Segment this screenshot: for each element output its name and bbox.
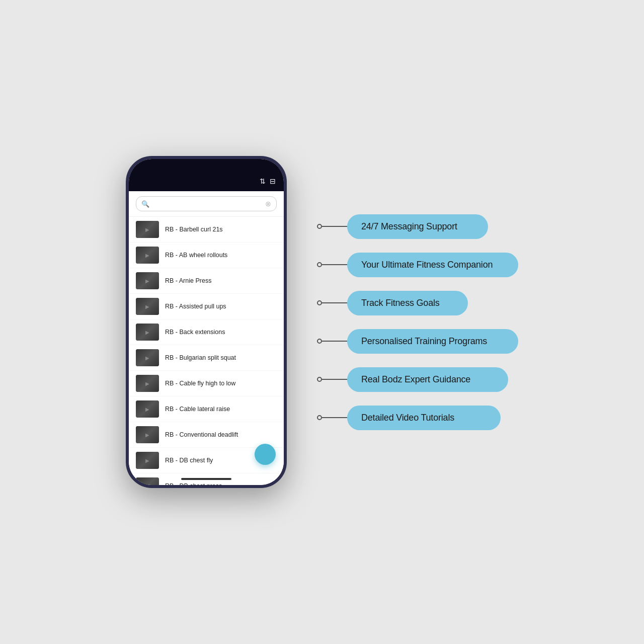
exercise-thumbnail bbox=[136, 426, 159, 443]
header-icons: ⇅ ⊟ bbox=[260, 177, 276, 185]
scene: ⇅ ⊟ 🔍 ⊗ RB - Barbell curl 21sRB - AB whe… bbox=[45, 156, 599, 488]
exercise-thumbnail bbox=[136, 221, 159, 238]
feature-pill: 24/7 Messaging Support bbox=[347, 214, 488, 239]
thumbnail-icon bbox=[136, 221, 159, 238]
exercise-thumbnail bbox=[136, 247, 159, 264]
exercise-name: RB - Cable lateral raise bbox=[165, 406, 230, 413]
exercise-item[interactable]: RB - Conventional deadlift bbox=[129, 422, 284, 448]
exercise-name: RB - Conventional deadlift bbox=[165, 431, 238, 438]
features-panel: 24/7 Messaging SupportYour Ultimate Fitn… bbox=[317, 207, 518, 437]
search-clear-icon[interactable]: ⊗ bbox=[265, 200, 271, 208]
connector-dot bbox=[317, 339, 322, 344]
thumbnail-icon bbox=[136, 349, 159, 366]
search-input-wrapper[interactable]: 🔍 ⊗ bbox=[136, 196, 277, 211]
search-icon: 🔍 bbox=[141, 200, 149, 208]
exercise-name: RB - Assisted pull ups bbox=[165, 303, 226, 310]
connector-dot bbox=[317, 377, 322, 382]
connector-line bbox=[322, 302, 347, 303]
filter-icon[interactable]: ⊟ bbox=[270, 177, 276, 185]
exercise-thumbnail bbox=[136, 400, 159, 418]
feature-row: Detailed Video Tutorials bbox=[347, 398, 518, 437]
feature-pill: Personalised Training Programs bbox=[347, 329, 518, 354]
connector-line-group bbox=[317, 224, 347, 229]
phone-notch bbox=[176, 159, 236, 173]
exercise-item[interactable]: RB - Arnie Press bbox=[129, 268, 284, 294]
exercise-thumbnail bbox=[136, 452, 159, 469]
feature-pill: Detailed Video Tutorials bbox=[347, 406, 501, 430]
exercise-name: RB - Bulgarian split squat bbox=[165, 354, 236, 361]
exercise-thumbnail bbox=[136, 349, 159, 366]
thumbnail-icon bbox=[136, 375, 159, 392]
thumbnail-icon bbox=[136, 426, 159, 443]
exercise-item[interactable]: RB - Bulgarian split squat bbox=[129, 345, 284, 371]
thumbnail-icon bbox=[136, 400, 159, 418]
thumbnail-icon bbox=[136, 272, 159, 289]
feature-row: Your Ultimate Fitness Companion bbox=[347, 246, 518, 284]
exercise-item[interactable]: RB - Cable fly high to low bbox=[129, 371, 284, 396]
feature-row: Real Bodz Expert Guidance bbox=[347, 360, 518, 398]
connector-dot bbox=[317, 300, 322, 305]
connector-line-group bbox=[317, 262, 347, 267]
connector-line bbox=[322, 341, 347, 342]
exercise-name: RB - Arnie Press bbox=[165, 277, 211, 284]
connector-line bbox=[322, 379, 347, 380]
exercise-thumbnail bbox=[136, 298, 159, 315]
thumbnail-icon bbox=[136, 298, 159, 315]
feature-pill: Your Ultimate Fitness Companion bbox=[347, 253, 518, 277]
feature-row: 24/7 Messaging Support bbox=[347, 207, 518, 246]
exercise-name: RB - Barbell curl 21s bbox=[165, 226, 223, 233]
connector-line-group bbox=[317, 415, 347, 420]
connector-line bbox=[322, 417, 347, 418]
feature-pill: Real Bodz Expert Guidance bbox=[347, 367, 508, 392]
thumbnail-icon bbox=[136, 324, 159, 341]
connector-line-group bbox=[317, 377, 347, 382]
exercise-thumbnail bbox=[136, 272, 159, 289]
exercise-item[interactable]: RB - Assisted pull ups bbox=[129, 294, 284, 319]
exercise-thumbnail bbox=[136, 477, 159, 485]
feature-row: Personalised Training Programs bbox=[347, 322, 518, 360]
exercise-name: RB - AB wheel rollouts bbox=[165, 252, 227, 259]
phone-mockup: ⇅ ⊟ 🔍 ⊗ RB - Barbell curl 21sRB - AB whe… bbox=[126, 156, 287, 488]
connector-dot bbox=[317, 415, 322, 420]
exercise-name: RB - DB chest press bbox=[165, 482, 222, 485]
connector-line bbox=[322, 264, 347, 265]
exercise-item[interactable]: RB - Back extensions bbox=[129, 319, 284, 345]
connector-line bbox=[322, 226, 347, 227]
exercise-name: RB - Cable fly high to low bbox=[165, 380, 235, 387]
sort-icon[interactable]: ⇅ bbox=[260, 177, 266, 185]
thumbnail-icon bbox=[136, 477, 159, 485]
exercise-thumbnail bbox=[136, 324, 159, 341]
exercise-thumbnail bbox=[136, 375, 159, 392]
add-fab-button[interactable] bbox=[255, 444, 276, 465]
search-bar: 🔍 ⊗ bbox=[129, 191, 284, 217]
feature-pill: Track Fitness Goals bbox=[347, 291, 468, 315]
thumbnail-icon bbox=[136, 247, 159, 264]
phone-home-indicator bbox=[181, 478, 231, 480]
connector-dot bbox=[317, 224, 322, 229]
thumbnail-icon bbox=[136, 452, 159, 469]
connector-line-group bbox=[317, 300, 347, 305]
exercise-name: RB - DB chest fly bbox=[165, 457, 213, 464]
exercise-item[interactable]: RB - Barbell curl 21s bbox=[129, 217, 284, 243]
connector-dot bbox=[317, 262, 322, 267]
connector-line-group bbox=[317, 339, 347, 344]
exercise-item[interactable]: RB - AB wheel rollouts bbox=[129, 243, 284, 268]
exercise-name: RB - Back extensions bbox=[165, 329, 225, 336]
exercise-item[interactable]: RB - Cable lateral raise bbox=[129, 396, 284, 422]
feature-row: Track Fitness Goals bbox=[347, 284, 518, 322]
phone-screen: ⇅ ⊟ 🔍 ⊗ RB - Barbell curl 21sRB - AB whe… bbox=[129, 159, 284, 485]
